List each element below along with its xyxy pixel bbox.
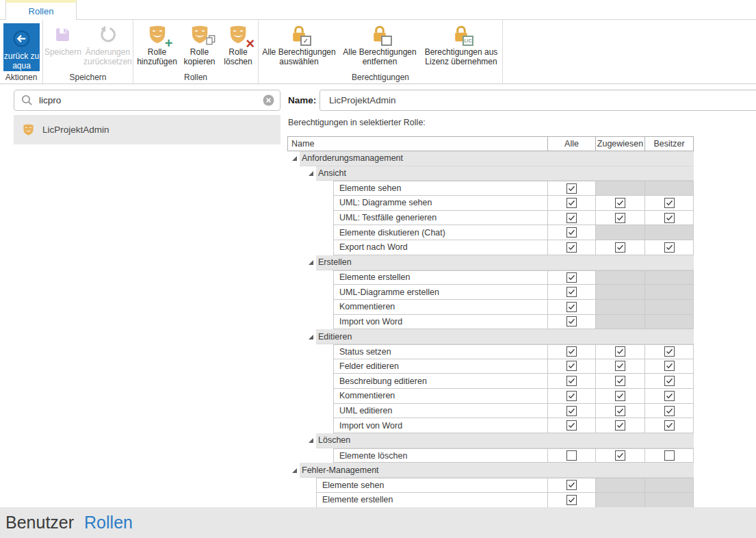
checkbox-cell-alle[interactable]: [547, 374, 595, 388]
remove-all-permissions-button[interactable]: Alle Berechtigungen entfernen: [339, 20, 420, 66]
checkbox-checked-icon[interactable]: [566, 480, 577, 490]
checkbox-checked-icon[interactable]: [566, 316, 577, 326]
checkbox-cell-besitzer[interactable]: [644, 196, 693, 210]
checkbox-checked-icon[interactable]: [615, 242, 625, 253]
checkbox-cell-alle[interactable]: [547, 225, 595, 240]
expander-expanded-icon[interactable]: [292, 467, 298, 474]
permission-row[interactable]: UML: Diagramme sehen: [287, 196, 694, 211]
checkbox-cell-alle[interactable]: [547, 271, 595, 285]
checkbox-cell-alle[interactable]: [547, 404, 595, 418]
permission-group-row[interactable]: Ansicht: [287, 166, 694, 181]
checkbox-cell-zugewiesen[interactable]: [595, 449, 644, 463]
checkbox-checked-icon[interactable]: [664, 213, 675, 223]
expander-expanded-icon[interactable]: [309, 334, 314, 340]
permission-row[interactable]: UML: Testfälle generieren: [287, 211, 694, 226]
role-name-input[interactable]: LicProjektAdmin: [320, 90, 756, 111]
permission-row[interactable]: Import von Word: [287, 315, 694, 330]
checkbox-cell-zugewiesen[interactable]: [595, 418, 644, 433]
checkbox-cell-alle[interactable]: [547, 285, 595, 299]
checkbox-checked-icon[interactable]: [664, 376, 675, 386]
checkbox-checked-icon[interactable]: [566, 302, 577, 312]
checkbox-checked-icon[interactable]: [615, 376, 625, 386]
footer-tab-rollen[interactable]: Rollen: [84, 513, 133, 533]
checkbox-cell-besitzer[interactable]: [644, 449, 693, 463]
permission-row[interactable]: Kommentieren: [287, 300, 694, 315]
permission-row[interactable]: Kommentieren: [287, 389, 694, 404]
footer-tab-benutzer[interactable]: Benutzer: [5, 513, 74, 533]
checkbox-cell-zugewiesen[interactable]: [595, 389, 644, 403]
permission-row[interactable]: Elemente löschen: [287, 448, 694, 463]
add-role-button[interactable]: + Rolle hinzufügen: [135, 20, 180, 66]
checkbox-checked-icon[interactable]: [566, 287, 577, 297]
checkbox-cell-alle[interactable]: [547, 181, 595, 195]
checkbox-cell-besitzer[interactable]: [644, 404, 693, 418]
checkbox-checked-icon[interactable]: [664, 346, 675, 357]
column-header-besitzer[interactable]: Besitzer: [644, 137, 693, 151]
checkbox-cell-alle[interactable]: [547, 240, 595, 255]
checkbox-checked-icon[interactable]: [664, 242, 675, 253]
permission-row[interactable]: UML editieren: [287, 404, 694, 419]
checkbox-checked-icon[interactable]: [566, 406, 577, 416]
checkbox-unchecked-icon[interactable]: [566, 450, 577, 461]
checkbox-checked-icon[interactable]: [615, 450, 625, 461]
checkbox-checked-icon[interactable]: [566, 198, 577, 208]
checkbox-cell-alle[interactable]: [547, 300, 595, 314]
checkbox-cell-alle[interactable]: [547, 418, 595, 433]
permission-group-row[interactable]: Löschen: [287, 433, 694, 448]
checkbox-checked-icon[interactable]: [664, 420, 675, 431]
permission-row[interactable]: UML-Diagramme erstellen: [287, 285, 694, 300]
checkbox-cell-besitzer[interactable]: [644, 240, 693, 255]
back-to-aqua-button[interactable]: zurück zu aqua: [3, 23, 40, 71]
expander-expanded-icon[interactable]: [309, 437, 314, 444]
checkbox-cell-besitzer[interactable]: [644, 418, 693, 433]
checkbox-checked-icon[interactable]: [566, 227, 577, 238]
checkbox-checked-icon[interactable]: [566, 346, 577, 357]
checkbox-cell-besitzer[interactable]: [644, 359, 693, 374]
permission-row[interactable]: Elemente erstellen: [287, 493, 694, 508]
checkbox-cell-zugewiesen[interactable]: [595, 359, 644, 374]
checkbox-checked-icon[interactable]: [566, 391, 577, 401]
checkbox-checked-icon[interactable]: [615, 213, 625, 223]
permission-row[interactable]: Export nach Word: [287, 240, 694, 255]
checkbox-checked-icon[interactable]: [664, 391, 675, 401]
checkbox-cell-alle[interactable]: [547, 315, 595, 329]
expander-expanded-icon[interactable]: [292, 155, 298, 162]
permission-row[interactable]: Elemente erstellen: [287, 270, 694, 285]
checkbox-checked-icon[interactable]: [566, 495, 577, 505]
copy-role-button[interactable]: Rolle kopieren: [180, 20, 220, 66]
permission-group-row[interactable]: Anforderungsmanagement: [287, 151, 694, 166]
checkbox-cell-alle[interactable]: [547, 196, 595, 210]
checkbox-cell-alle[interactable]: [547, 359, 595, 374]
checkbox-checked-icon[interactable]: [664, 361, 675, 371]
role-list-item[interactable]: LicProjektAdmin: [14, 115, 281, 144]
permission-row[interactable]: Felder editieren: [287, 359, 694, 374]
checkbox-checked-icon[interactable]: [566, 361, 577, 371]
column-header-name[interactable]: Name: [288, 137, 547, 151]
checkbox-checked-icon[interactable]: [615, 406, 625, 416]
permission-group-row[interactable]: Erstellen: [287, 255, 694, 270]
checkbox-cell-alle[interactable]: [547, 493, 595, 507]
checkbox-cell-alle[interactable]: [547, 389, 595, 403]
checkbox-checked-icon[interactable]: [664, 198, 675, 208]
clear-search-icon[interactable]: [263, 94, 274, 106]
permissions-from-license-button[interactable]: LIC Berechtigungen aus Lizenz übernehmen: [420, 20, 502, 66]
tab-rollen[interactable]: Rollen: [5, 0, 77, 20]
select-all-permissions-button[interactable]: ✓ Alle Berechtigungen auswählen: [259, 20, 339, 66]
expander-expanded-icon[interactable]: [309, 170, 314, 177]
checkbox-checked-icon[interactable]: [566, 420, 577, 431]
checkbox-cell-alle[interactable]: [547, 449, 595, 463]
checkbox-unchecked-icon[interactable]: [664, 450, 675, 461]
permission-row[interactable]: Beschreibung editieren: [287, 374, 694, 389]
permission-row[interactable]: Elemente sehen: [287, 181, 694, 196]
permission-row[interactable]: Status setzen: [287, 344, 694, 359]
checkbox-cell-besitzer[interactable]: [644, 345, 693, 359]
checkbox-cell-zugewiesen[interactable]: [595, 404, 644, 418]
permission-row[interactable]: Elemente diskutieren (Chat): [287, 225, 694, 240]
checkbox-checked-icon[interactable]: [615, 198, 625, 208]
checkbox-checked-icon[interactable]: [664, 406, 675, 416]
checkbox-cell-zugewiesen[interactable]: [595, 196, 644, 210]
checkbox-cell-zugewiesen[interactable]: [595, 345, 644, 359]
checkbox-checked-icon[interactable]: [615, 391, 625, 401]
checkbox-cell-alle[interactable]: [547, 478, 595, 492]
checkbox-cell-besitzer[interactable]: [644, 374, 693, 388]
